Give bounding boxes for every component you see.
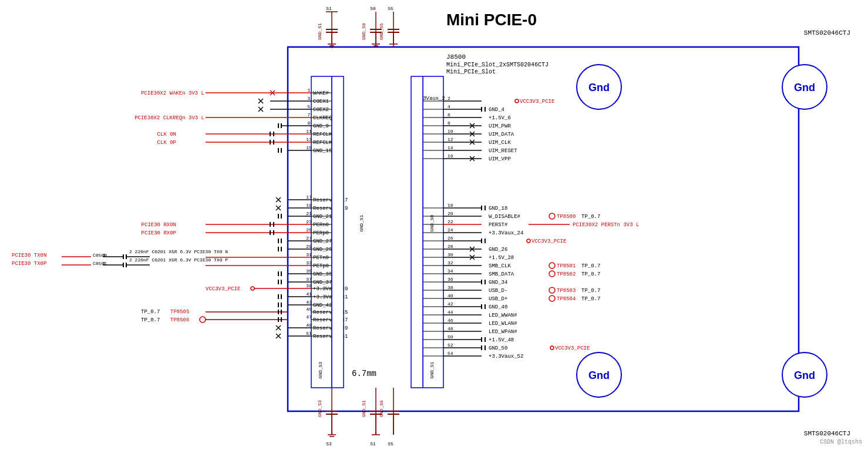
svg-text:TP8502: TP8502 bbox=[557, 271, 576, 277]
svg-text:18: 18 bbox=[448, 203, 453, 208]
svg-text:VCC3V3_PCIE: VCC3V3_PCIE bbox=[531, 239, 566, 244]
svg-text:PCIE30 RX0P: PCIE30 RX0P bbox=[142, 230, 176, 236]
svg-line-247 bbox=[470, 156, 475, 161]
svg-text:GND_S3: GND_S3 bbox=[318, 361, 323, 378]
svg-text:32: 32 bbox=[448, 260, 453, 266]
svg-text:23: 23 bbox=[306, 219, 312, 224]
svg-text:GND_S3: GND_S3 bbox=[317, 400, 322, 417]
svg-text:LED_WPAN#: LED_WPAN# bbox=[489, 329, 517, 335]
svg-text:39: 39 bbox=[306, 283, 312, 288]
svg-text:TP_0.7: TP_0.7 bbox=[581, 214, 600, 220]
svg-point-199 bbox=[200, 317, 206, 323]
svg-text:GND_29: GND_29 bbox=[313, 247, 332, 253]
svg-text:35: 35 bbox=[306, 268, 312, 274]
svg-line-108 bbox=[276, 197, 281, 202]
svg-text:1: 1 bbox=[103, 261, 106, 266]
svg-text:J8500: J8500 bbox=[446, 53, 466, 61]
svg-text:S0: S0 bbox=[370, 6, 376, 11]
svg-point-274 bbox=[527, 239, 530, 243]
svg-text:Reserved_51: Reserved_51 bbox=[313, 334, 348, 340]
svg-text:7: 7 bbox=[308, 112, 311, 117]
svg-line-282 bbox=[470, 255, 475, 260]
svg-text:SMB_DATA: SMB_DATA bbox=[489, 271, 514, 277]
svg-text:WAKE#: WAKE# bbox=[313, 90, 329, 96]
svg-text:Gnd: Gnd bbox=[588, 82, 610, 93]
svg-text:41: 41 bbox=[306, 291, 312, 297]
svg-text:54: 54 bbox=[448, 351, 453, 356]
svg-point-306 bbox=[549, 287, 555, 293]
svg-text:PCIE30 TX0P: PCIE30 TX0P bbox=[12, 261, 46, 267]
svg-line-248 bbox=[470, 156, 475, 161]
svg-line-212 bbox=[276, 334, 281, 338]
svg-text:S5: S5 bbox=[388, 441, 393, 446]
svg-text:CLK 0P: CLK 0P bbox=[157, 140, 176, 146]
svg-point-8 bbox=[577, 352, 621, 397]
svg-line-277 bbox=[470, 247, 475, 251]
svg-text:3: 3 bbox=[308, 96, 311, 101]
svg-text:PETn0: PETn0 bbox=[313, 255, 329, 261]
svg-text:SMB_CLK: SMB_CLK bbox=[489, 263, 511, 269]
svg-point-176 bbox=[251, 287, 254, 290]
svg-point-295 bbox=[549, 271, 555, 277]
svg-text:+1.5V_28: +1.5V_28 bbox=[489, 255, 514, 261]
svg-text:VCC3V3_PCIE: VCC3V3_PCIE bbox=[520, 99, 554, 105]
svg-text:Gnd: Gnd bbox=[794, 82, 815, 93]
svg-rect-401 bbox=[332, 76, 344, 388]
page-title: Mini PCIE-0 bbox=[446, 11, 537, 29]
svg-text:11: 11 bbox=[306, 129, 312, 134]
svg-text:Gnd: Gnd bbox=[794, 370, 815, 381]
svg-text:GND_21: GND_21 bbox=[313, 214, 332, 220]
svg-text:GND_S1: GND_S1 bbox=[361, 400, 366, 417]
svg-text:51: 51 bbox=[306, 331, 312, 336]
schematic-svg: J8500 Mini_PCIe_Slot_2xSMTS02046CTJ Mini… bbox=[0, 0, 868, 450]
svg-text:TP8506: TP8506 bbox=[170, 317, 189, 323]
svg-text:TP8504: TP8504 bbox=[557, 296, 576, 302]
svg-text:8: 8 bbox=[448, 120, 450, 126]
svg-text:2: 2 bbox=[448, 96, 450, 101]
svg-text:S1: S1 bbox=[326, 6, 332, 11]
svg-text:PETp0: PETp0 bbox=[313, 263, 329, 269]
svg-text:PCIE30X2 CLKREQn 3V3 L: PCIE30X2 CLKREQn 3V3 L bbox=[134, 115, 204, 121]
svg-text:GND_S1: GND_S1 bbox=[359, 214, 364, 231]
svg-text:16: 16 bbox=[448, 153, 453, 159]
svg-line-71 bbox=[258, 99, 263, 103]
svg-text:4: 4 bbox=[448, 104, 450, 109]
svg-text:TP8505: TP8505 bbox=[170, 309, 189, 315]
svg-text:25: 25 bbox=[306, 227, 312, 233]
svg-text:40: 40 bbox=[448, 293, 453, 298]
svg-text:S3: S3 bbox=[326, 441, 332, 446]
svg-text:TP_0.7: TP_0.7 bbox=[581, 288, 600, 294]
svg-text:C8501: C8501 bbox=[93, 261, 107, 266]
svg-text:2   220nF  C0201  X5R 6.3V  PC: 2 220nF C0201 X5R 6.3V PCIE30 TX0 P bbox=[129, 257, 228, 263]
svg-text:TP_0.7: TP_0.7 bbox=[141, 309, 160, 315]
svg-text:22: 22 bbox=[448, 219, 453, 224]
svg-point-289 bbox=[549, 263, 555, 268]
svg-line-278 bbox=[470, 247, 475, 251]
svg-text:GND_34: GND_34 bbox=[489, 280, 507, 286]
svg-text:26: 26 bbox=[448, 236, 453, 241]
svg-text:49: 49 bbox=[306, 323, 312, 328]
svg-text:PERp0: PERp0 bbox=[313, 230, 329, 236]
svg-text:PCIE30X2 WAKEn 3V3 L: PCIE30X2 WAKEn 3V3 L bbox=[141, 90, 204, 96]
svg-text:GND_40: GND_40 bbox=[489, 304, 507, 310]
svg-line-112 bbox=[276, 206, 281, 210]
svg-text:LED_WLAN#: LED_WLAN# bbox=[489, 321, 517, 327]
svg-text:TP8501: TP8501 bbox=[557, 263, 576, 269]
svg-text:6.7mm: 6.7mm bbox=[352, 369, 376, 378]
svg-text:37: 37 bbox=[306, 277, 312, 282]
schematic-page: Mini PCIE-0 SMTS02046CTJ SMTS02046CTJ CS… bbox=[0, 0, 868, 450]
svg-text:9: 9 bbox=[308, 120, 311, 126]
svg-rect-12 bbox=[311, 76, 332, 388]
svg-text:GND_37: GND_37 bbox=[313, 280, 332, 286]
svg-text:+3.3Vaux_39: +3.3Vaux_39 bbox=[313, 286, 348, 292]
svg-text:GND_S1: GND_S1 bbox=[429, 361, 435, 378]
svg-text:19: 19 bbox=[306, 203, 312, 208]
svg-text:TP_0.7: TP_0.7 bbox=[581, 296, 600, 302]
svg-text:Reserved_19: Reserved_19 bbox=[313, 206, 348, 211]
svg-text:47: 47 bbox=[306, 314, 312, 320]
svg-text:Reserved_47: Reserved_47 bbox=[313, 317, 348, 323]
svg-text:+3.3Vaux_24: +3.3Vaux_24 bbox=[489, 230, 523, 236]
svg-text:C8500: C8500 bbox=[93, 253, 107, 258]
svg-text:44: 44 bbox=[448, 310, 453, 315]
svg-line-107 bbox=[276, 197, 281, 202]
